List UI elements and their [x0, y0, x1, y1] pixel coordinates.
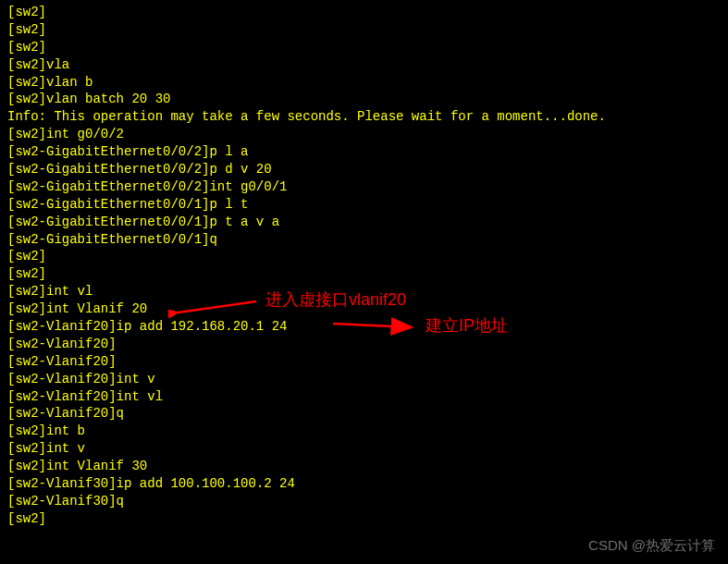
- terminal-line: [sw2-Vlanif20]: [7, 336, 721, 353]
- terminal-line: [sw2]int b: [7, 423, 721, 440]
- terminal-line: [sw2-Vlanif20]ip add 192.168.20.1 24: [7, 318, 721, 336]
- terminal-line: [sw2-GigabitEthernet0/0/2]p d v 20: [7, 161, 721, 178]
- terminal-line: [sw2]: [7, 39, 721, 56]
- terminal-line: [sw2-Vlanif30]ip add 100.100.100.2 24: [7, 475, 721, 493]
- annotation-enter-vlanif: 进入虚接口vlanif20: [265, 288, 406, 311]
- terminal-line: [sw2]: [7, 265, 721, 283]
- terminal-output[interactable]: [sw2] [sw2] [sw2] [sw2]vla [sw2]vlan b […: [7, 4, 721, 528]
- terminal-line: [sw2-GigabitEthernet0/0/1]p t a v a: [7, 214, 721, 231]
- annotation-set-ip: 建立IP地址: [426, 314, 508, 337]
- terminal-line: [sw2-Vlanif20]q: [7, 405, 721, 423]
- terminal-line: [sw2]int g0/0/2: [7, 126, 721, 143]
- terminal-line: [sw2-GigabitEthernet0/0/1]q: [7, 231, 721, 249]
- terminal-line: [sw2]: [7, 248, 721, 265]
- terminal-line: [sw2-Vlanif20]int vl: [7, 388, 721, 406]
- terminal-line: [sw2-Vlanif20]: [7, 353, 721, 371]
- terminal-line: [sw2]: [7, 21, 721, 39]
- terminal-line: [sw2]int v: [7, 440, 721, 458]
- terminal-line: [sw2]: [7, 4, 721, 21]
- terminal-line: [sw2-GigabitEthernet0/0/2]p l a: [7, 143, 721, 161]
- terminal-line: [sw2]: [7, 510, 721, 528]
- terminal-line: [sw2-GigabitEthernet0/0/1]p l t: [7, 196, 721, 214]
- terminal-line: [sw2-GigabitEthernet0/0/2]int g0/0/1: [7, 178, 721, 196]
- terminal-line: [sw2]vla: [7, 56, 721, 74]
- terminal-line: [sw2]vlan b: [7, 74, 721, 92]
- terminal-line: [sw2]int Vlanif 30: [7, 458, 721, 475]
- terminal-line: Info: This operation may take a few seco…: [7, 108, 721, 126]
- watermark: CSDN @热爱云计算: [588, 536, 715, 555]
- terminal-line: [sw2-Vlanif20]int v: [7, 371, 721, 388]
- terminal-line: [sw2-Vlanif30]q: [7, 493, 721, 510]
- terminal-line: [sw2]vlan batch 20 30: [7, 91, 721, 108]
